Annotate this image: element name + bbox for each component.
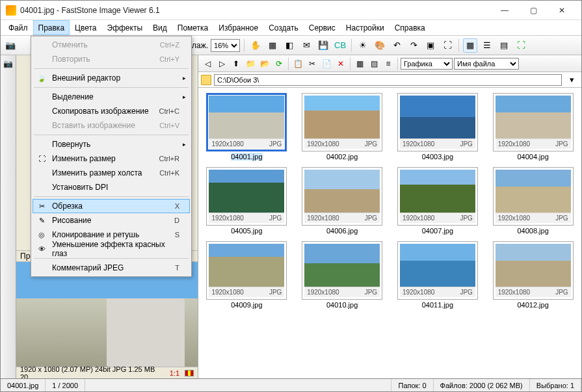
- color-icon[interactable]: 🎨: [373, 38, 387, 53]
- path-dropdown-icon[interactable]: ▾: [564, 73, 579, 87]
- compare-icon[interactable]: ◧: [282, 38, 297, 53]
- print-icon[interactable]: CB: [333, 38, 347, 53]
- folder2-icon[interactable]: 📂: [258, 57, 271, 70]
- window-title: 04001.jpg - FastStone Image Viewer 6.1: [20, 6, 160, 15]
- thumbnail-grid: 1920x1080JPG 04001.jpg 1920x1080JPG 0400…: [198, 88, 581, 378]
- titlebar: 04001.jpg - FastStone Image Viewer 6.1 —…: [1, 1, 581, 20]
- menu-item-14[interactable]: ✂ОбрезкаX: [33, 199, 190, 213]
- minimize-button[interactable]: —: [490, 1, 519, 20]
- thumb-04005.jpg[interactable]: 1920x1080JPG 04005.jpg: [204, 167, 290, 235]
- menu-item-5[interactable]: Выделение▸: [33, 90, 190, 104]
- thumb-04007.jpg[interactable]: 1920x1080JPG 04007.jpg: [395, 167, 481, 235]
- flag-icon: [185, 370, 194, 376]
- options-icon[interactable]: ≡: [382, 57, 395, 70]
- edit-menu-dropdown: ОтменитьCtrl+ZПовторитьCtrl+Y🍃Внешний ре…: [31, 36, 192, 277]
- menu-item-0: ОтменитьCtrl+Z: [33, 38, 190, 52]
- selectall-icon[interactable]: ▦: [353, 57, 366, 70]
- thumb-04006.jpg[interactable]: 1920x1080JPG 04006.jpg: [299, 167, 386, 235]
- menu-создать[interactable]: Создать: [263, 20, 304, 35]
- tiles-icon[interactable]: ▤: [367, 57, 380, 70]
- preview-info-bar: 1920 x 1080 (2.07 MP) 24bit JPG 1.25 MB …: [16, 367, 198, 378]
- status-bar: 04001.jpg 1 / 2000 Папок: 0 Файлов: 2000…: [1, 378, 581, 391]
- close-button[interactable]: ✕: [548, 1, 576, 20]
- menu-файл[interactable]: Файл: [3, 20, 33, 35]
- menu-item-17[interactable]: 👁Уменьшение эффекта красных глаз: [33, 242, 190, 256]
- menu-справка[interactable]: Справка: [390, 20, 430, 35]
- menu-item-7: Вставить изображениеCtrl+V: [33, 118, 190, 133]
- left-rail: 📷: [1, 55, 16, 378]
- path-folder-icon: [201, 75, 211, 85]
- right-pane: ◁ ▷ ⬆ 📁 📂 ⟳ 📋 ✂ 📄 ✕ ▦ ▤ ≡ Графика Имя фа…: [198, 55, 581, 378]
- maximize-button[interactable]: ▢: [519, 1, 548, 20]
- thumb-04001.jpg[interactable]: 1920x1080JPG 04001.jpg: [204, 93, 290, 161]
- hand-icon[interactable]: ✋: [248, 38, 263, 53]
- cut-icon[interactable]: ✂: [306, 57, 319, 70]
- thumb-04003.jpg[interactable]: 1920x1080JPG 04003.jpg: [395, 93, 481, 161]
- menu-item-19[interactable]: Комментарий JPEGT: [33, 261, 190, 275]
- app-icon: [6, 5, 16, 16]
- thumb-04009.jpg[interactable]: 1920x1080JPG 04009.jpg: [204, 241, 290, 309]
- menu-item-10[interactable]: ⛶Изменить размерCtrl+R: [33, 151, 190, 166]
- menu-item-15[interactable]: ✎РисованиеD: [33, 213, 190, 228]
- status-position: 1 / 2000: [46, 379, 85, 391]
- camera-icon[interactable]: 📷: [3, 38, 18, 53]
- thumb-04010.jpg[interactable]: 1920x1080JPG 04010.jpg: [299, 241, 386, 309]
- save-icon[interactable]: 💾: [316, 38, 330, 53]
- nav-back-icon[interactable]: ◁: [201, 57, 214, 70]
- copy-icon[interactable]: 📋: [291, 57, 304, 70]
- thumb-04004.jpg[interactable]: 1920x1080JPG 04004.jpg: [490, 93, 576, 161]
- status-folders: Папок: 0: [391, 379, 433, 391]
- menu-item-1: ПовторитьCtrl+Y: [33, 52, 190, 66]
- status-files: Файлов: 2000 (2 062 MB): [434, 379, 530, 391]
- menu-настройки[interactable]: Настройки: [341, 20, 390, 35]
- status-selected: Выбрано: 1: [530, 379, 581, 391]
- delete-icon[interactable]: ✕: [334, 57, 347, 70]
- rail-camera-icon[interactable]: 📷: [3, 58, 14, 70]
- rotate-right-icon[interactable]: ↷: [406, 38, 421, 53]
- menu-сервис[interactable]: Сервис: [304, 20, 341, 35]
- menu-item-11[interactable]: Изменить размер холстаCtrl+K: [33, 166, 190, 180]
- sort-select[interactable]: Имя файла: [454, 58, 519, 70]
- folder-icon[interactable]: 📁: [244, 57, 257, 70]
- fullscreen-icon[interactable]: ⛶: [514, 38, 528, 53]
- paste-icon[interactable]: 📄: [320, 57, 333, 70]
- resize-icon[interactable]: ⛶: [440, 38, 455, 53]
- menu-избранное[interactable]: Избранное: [213, 20, 263, 35]
- menu-вид[interactable]: Вид: [148, 20, 172, 35]
- rotate-left-icon[interactable]: ↶: [390, 38, 404, 53]
- zoom-label: лаж.: [192, 41, 208, 50]
- menu-пометка[interactable]: Пометка: [172, 20, 214, 35]
- preview-image[interactable]: [16, 262, 198, 367]
- menu-item-12[interactable]: Установить DPI: [33, 180, 190, 194]
- menu-item-9[interactable]: Повернуть▸: [33, 137, 190, 151]
- view-thumbs-icon[interactable]: ▦: [463, 38, 477, 53]
- thumb-04002.jpg[interactable]: 1920x1080JPG 04002.jpg: [299, 93, 386, 161]
- slideshow-icon[interactable]: ▦: [265, 38, 280, 53]
- path-input[interactable]: [214, 74, 562, 86]
- refresh-icon[interactable]: ⟳: [272, 57, 285, 70]
- crop-icon[interactable]: ▣: [423, 38, 438, 53]
- menu-правка[interactable]: Правка: [33, 20, 70, 35]
- brightness-icon[interactable]: ☀: [356, 38, 370, 53]
- path-bar: ▾: [198, 72, 581, 88]
- view-list-icon[interactable]: ☰: [480, 38, 494, 53]
- menubar: ФайлПравкаЦветаЭффектыВидПометкаИзбранно…: [1, 20, 581, 36]
- menu-item-6[interactable]: Скопировать изображениеCtrl+C: [33, 104, 190, 118]
- nav-fwd-icon[interactable]: ▷: [215, 57, 228, 70]
- menu-item-3[interactable]: 🍃Внешний редактор▸: [33, 71, 190, 85]
- navigation-toolbar: ◁ ▷ ⬆ 📁 📂 ⟳ 📋 ✂ 📄 ✕ ▦ ▤ ≡ Графика Имя фа…: [198, 55, 581, 72]
- view-detail-icon[interactable]: ▤: [497, 38, 511, 53]
- menu-эффекты[interactable]: Эффекты: [102, 20, 148, 35]
- nav-up-icon[interactable]: ⬆: [230, 57, 243, 70]
- thumb-04008.jpg[interactable]: 1920x1080JPG 04008.jpg: [490, 167, 576, 235]
- thumb-04012.jpg[interactable]: 1920x1080JPG 04012.jpg: [490, 241, 576, 309]
- filter-select[interactable]: Графика: [401, 58, 453, 70]
- status-file: 04001.jpg: [1, 379, 46, 391]
- menu-цвета[interactable]: Цвета: [70, 20, 101, 35]
- email-icon[interactable]: ✉: [299, 38, 313, 53]
- zoom-select[interactable]: 16%: [211, 39, 240, 52]
- thumb-04011.jpg[interactable]: 1920x1080JPG 04011.jpg: [395, 241, 481, 309]
